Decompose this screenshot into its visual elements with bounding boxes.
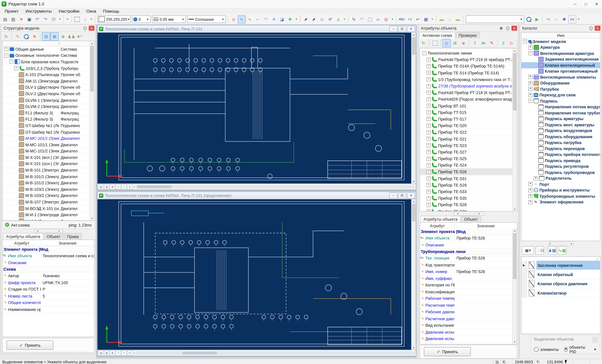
magnet-snap-icon[interactable]: ∪: [230, 15, 238, 23]
tab[interactable]: Права: [64, 233, 82, 239]
attribute-value[interactable]: Технологическая схема и схе: [41, 254, 94, 258]
tree-view-icon[interactable]: ⊟: [42, 32, 50, 41]
measure-angle-icon[interactable]: ⌵: [446, 15, 454, 23]
tree-view-alt-icon[interactable]: ⊞: [50, 32, 59, 41]
attribute-row[interactable]: Направление пото: [420, 342, 513, 344]
catalog-tree-row[interactable]: +Трубопроводные элементы: [521, 193, 600, 199]
expander-icon[interactable]: +: [4, 47, 8, 51]
expander-icon[interactable]: −: [523, 39, 527, 43]
catalog-tree-row[interactable]: Подпись переходов: [521, 146, 600, 151]
select-frame-icon[interactable]: [431, 39, 439, 47]
users-icon[interactable]: ♟♟: [67, 32, 76, 41]
scroll-down-icon[interactable]: ▼: [513, 207, 517, 211]
menu-item[interactable]: Окна: [83, 8, 99, 14]
draw-dropdown-icon[interactable]: ▾: [390, 15, 395, 23]
attribute-row[interactable]: Код транспортиру: [420, 262, 513, 268]
arc-tool-icon[interactable]: ◠: [262, 15, 270, 23]
catalog-tree-row[interactable]: Направление потока трубопров: [521, 110, 600, 116]
step-line-tool-icon[interactable]: ⌐: [254, 15, 262, 23]
expander-icon[interactable]: +: [427, 104, 431, 108]
model-tree-row[interactable]: М-И-1 (ЭлектродвигаДвигател: [3, 212, 90, 218]
object-list-item[interactable]: +Прибор ТЕ-530: [420, 208, 513, 211]
fit-page-icon[interactable]: ▤: [98, 351, 104, 355]
object-list-item[interactable]: +Прибор ТЕ-535: [420, 195, 513, 202]
expander-icon[interactable]: +: [427, 176, 431, 181]
valve-dropdown-icon[interactable]: ▾: [576, 15, 581, 23]
minimize-button[interactable]: ─: [570, 0, 581, 8]
object-list-item[interactable]: +Прибор ТЕ-527: [420, 149, 513, 155]
variant-row[interactable]: Клапан обратный: [521, 270, 600, 279]
object-list-item[interactable]: +Прибор ТЕ-514 (Прибор ТЕ-514): [420, 70, 513, 76]
expander-icon[interactable]: −: [528, 51, 533, 55]
maximize-button[interactable]: □: [580, 0, 591, 8]
variant-row[interactable]: ▶Заслонка герметичная: [521, 261, 600, 270]
line-style-combobox[interactable]: Сплошная ▼: [187, 15, 226, 23]
catalog-tree-row[interactable]: +Разделитель: [521, 175, 600, 181]
pin-icon[interactable]: [82, 26, 88, 31]
grid-icon[interactable]: ▦: [495, 360, 499, 364]
object-list-item[interactable]: +Прибор ТЕ-525: [420, 155, 513, 162]
object-list-item[interactable]: +Прибор ТЕ-523: [420, 142, 513, 149]
curve-tool-icon[interactable]: ∿: [246, 15, 254, 23]
expander-icon[interactable]: +: [427, 183, 431, 187]
expander-icon[interactable]: +: [528, 194, 533, 198]
attribute-row[interactable]: Категория по ПБ-0: [420, 282, 513, 289]
valve-mode-icon[interactable]: ⋈: [568, 15, 576, 23]
variant-row[interactable]: Клапан/затвор: [521, 288, 600, 298]
model-tree-row[interactable]: −Основные технологическиеСистема: [3, 53, 90, 59]
attribute-row[interactable]: Рабочее давление: [420, 309, 513, 315]
expander-icon[interactable]: +: [427, 163, 431, 167]
doc-restore-icon[interactable]: 回: [398, 26, 406, 32]
canvas-hscroll[interactable]: [136, 185, 412, 189]
search-100-icon[interactable]: ▦¹⁰⁰: [76, 32, 84, 41]
move-tool-icon[interactable]: ✥: [286, 15, 294, 23]
model-tree-row[interactable]: А-101 (ПылеосадитеПрочее об: [3, 72, 90, 78]
attr-column-header[interactable]: Атрибут: [420, 223, 455, 228]
expander-icon[interactable]: +: [427, 117, 431, 121]
expander-icon[interactable]: +: [427, 123, 431, 128]
expander-icon[interactable]: +: [427, 157, 431, 161]
object-list-item[interactable]: +PasHold28 (Подсос атмосферного воздуха): [420, 96, 513, 103]
expander-icon[interactable]: +: [528, 200, 533, 204]
tab[interactable]: Объект: [461, 216, 481, 222]
radio-pid-objects[interactable]: объекты PID: [564, 345, 588, 354]
attribute-value[interactable]: 5: [41, 294, 94, 298]
collapse-groupbox-button[interactable]: [592, 337, 598, 343]
canvas-vscroll[interactable]: ▲ ▼: [411, 199, 416, 350]
catalog-tree-row[interactable]: Клапан противопожарный: [521, 68, 600, 74]
expander-icon[interactable]: −: [528, 99, 533, 103]
close-panel-icon[interactable]: x: [511, 26, 517, 31]
canvas-hscroll[interactable]: [136, 351, 412, 355]
catalog-tree-row[interactable]: +Приборы и инструменты: [521, 187, 600, 193]
expander-icon[interactable]: +: [528, 93, 533, 97]
object-list-item[interactable]: +Прибор ТЕ-524: [420, 162, 513, 169]
export-list-icon[interactable]: ↳▦: [558, 246, 566, 255]
polyline-tool-icon[interactable]: ∿: [238, 15, 246, 23]
attribute-value[interactable]: Р: [41, 287, 94, 291]
fill-tool-icon[interactable]: ◪: [278, 15, 286, 23]
expander-icon[interactable]: +: [427, 170, 431, 174]
horizontal-splitter[interactable]: ▼ ·········· ▼: [548, 241, 574, 246]
dropdown-arrow-icon[interactable]: ▼: [594, 348, 597, 351]
model-tree-row[interactable]: DLVM-1 (ЭлектродвиДвигател: [3, 97, 90, 103]
expander-icon[interactable]: +: [427, 97, 431, 101]
menu-item[interactable]: Настройки: [56, 8, 83, 14]
object-list-item[interactable]: +1/3 (Трубопровод топливного газа от Т-1…: [420, 76, 513, 83]
catalog-tree-row[interactable]: +Элемент оформления: [521, 199, 600, 205]
object-list-item[interactable]: +Прибор ТЕ-520: [420, 123, 513, 129]
catalog-tree-row[interactable]: +НАПереход для схем: [521, 92, 600, 98]
attribute-row[interactable]: Описание: [3, 259, 94, 266]
attribute-row[interactable]: АвторТкаченко: [3, 273, 94, 279]
model-tree-scrollbar[interactable]: ▲ ▼: [89, 41, 94, 220]
search-icon[interactable]: [525, 15, 533, 23]
export-table-icon[interactable]: ⇩: [471, 39, 479, 47]
next-view-icon[interactable]: ↻: [121, 351, 127, 355]
redo-icon[interactable]: ↷: [42, 15, 50, 23]
tab[interactable]: Атрибуты объекта: [3, 233, 43, 240]
scroll-left-icon[interactable]: ‹: [133, 185, 136, 189]
menu-item[interactable]: Помощь: [100, 8, 122, 14]
tree-column-header[interactable]: △: [3, 41, 94, 46]
run-search-icon[interactable]: ▶: [533, 15, 541, 23]
object-list-scrollbar[interactable]: ▲ ▼: [512, 48, 517, 211]
tab[interactable]: Проверки: [456, 32, 480, 38]
